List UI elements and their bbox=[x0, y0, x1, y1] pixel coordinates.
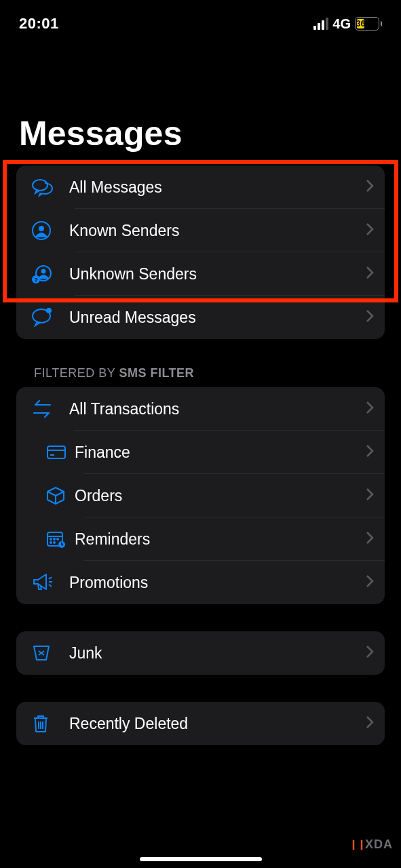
row-reminders[interactable]: Reminders bbox=[16, 517, 385, 561]
watermark-text: XDA bbox=[365, 837, 393, 852]
row-label: Promotions bbox=[69, 574, 366, 592]
chevron-right-icon bbox=[366, 574, 374, 591]
chevron-right-icon bbox=[366, 715, 374, 732]
page-title: Messages bbox=[0, 39, 401, 165]
row-all-messages[interactable]: All Messages bbox=[16, 165, 385, 209]
chevron-right-icon bbox=[366, 645, 374, 661]
svg-point-15 bbox=[50, 538, 52, 540]
row-label: Reminders bbox=[75, 530, 366, 549]
row-label: All Transactions bbox=[69, 400, 366, 418]
chevron-right-icon bbox=[366, 401, 374, 417]
row-unknown-senders[interactable]: ? Unknown Senders bbox=[16, 252, 385, 296]
arrows-swap-icon bbox=[31, 399, 69, 418]
row-label: Unread Messages bbox=[69, 309, 366, 327]
row-all-transactions[interactable]: All Transactions bbox=[16, 387, 385, 431]
row-finance[interactable]: Finance bbox=[16, 431, 385, 474]
chevron-right-icon bbox=[366, 309, 374, 326]
row-known-senders[interactable]: Known Senders bbox=[16, 209, 385, 252]
trash-icon bbox=[31, 713, 69, 734]
row-orders[interactable]: Orders bbox=[16, 474, 385, 517]
megaphone-icon bbox=[31, 573, 69, 592]
battery-percent: 36 bbox=[356, 20, 365, 28]
svg-point-17 bbox=[57, 538, 58, 540]
chevron-right-icon bbox=[366, 222, 374, 239]
row-label: Junk bbox=[69, 644, 366, 663]
svg-text:?: ? bbox=[34, 277, 38, 283]
chevron-right-icon bbox=[366, 179, 374, 195]
svg-point-2 bbox=[39, 226, 44, 231]
svg-rect-9 bbox=[47, 446, 65, 458]
row-recently-deleted[interactable]: Recently Deleted bbox=[16, 702, 385, 745]
svg-point-18 bbox=[50, 542, 52, 543]
xda-logo-icon bbox=[351, 839, 364, 851]
row-label: Known Senders bbox=[69, 222, 366, 240]
row-unread-messages[interactable]: Unread Messages bbox=[16, 296, 385, 339]
home-indicator[interactable] bbox=[140, 857, 262, 861]
row-promotions[interactable]: Promotions bbox=[16, 561, 385, 604]
chat-bubbles-icon bbox=[31, 177, 69, 197]
chat-badge-icon bbox=[31, 307, 69, 328]
status-bar: 20:01 4G 36 bbox=[0, 0, 401, 39]
svg-point-8 bbox=[46, 308, 52, 313]
xda-watermark: XDA bbox=[351, 837, 393, 852]
recently-deleted-section: Recently Deleted bbox=[16, 702, 385, 745]
signal-strength-icon bbox=[313, 18, 328, 30]
status-time: 20:01 bbox=[19, 15, 59, 33]
chevron-right-icon bbox=[366, 488, 374, 504]
svg-point-0 bbox=[33, 180, 47, 191]
calendar-clock-icon bbox=[46, 530, 75, 549]
person-circle-icon bbox=[31, 220, 69, 241]
box-icon bbox=[46, 486, 75, 505]
filter-header-prefix: FILTERED BY bbox=[34, 366, 119, 380]
junk-section: Junk bbox=[16, 631, 385, 675]
credit-card-icon bbox=[46, 444, 75, 460]
sms-filter-section: All Transactions Finance Orders bbox=[16, 387, 385, 604]
person-question-icon: ? bbox=[31, 264, 69, 284]
chevron-right-icon bbox=[366, 266, 374, 282]
status-right: 4G 36 bbox=[313, 16, 382, 32]
messages-filter-section: All Messages Known Senders ? bbox=[16, 165, 385, 339]
battery-icon: 36 bbox=[355, 17, 382, 31]
chevron-right-icon bbox=[366, 444, 374, 460]
filter-header-name: SMS FILTER bbox=[119, 366, 194, 380]
row-label: Recently Deleted bbox=[69, 715, 366, 733]
row-label: Unknown Senders bbox=[69, 265, 366, 283]
row-label: Finance bbox=[75, 443, 366, 462]
junk-bin-icon bbox=[31, 644, 69, 663]
row-label: Orders bbox=[75, 487, 366, 505]
svg-point-19 bbox=[54, 542, 55, 543]
svg-point-4 bbox=[41, 269, 46, 274]
chevron-right-icon bbox=[366, 531, 374, 547]
svg-point-16 bbox=[54, 538, 55, 540]
row-junk[interactable]: Junk bbox=[16, 631, 385, 675]
network-label: 4G bbox=[332, 16, 351, 32]
row-label: All Messages bbox=[69, 178, 366, 197]
filter-section-header: FILTERED BY SMS FILTER bbox=[0, 366, 401, 387]
